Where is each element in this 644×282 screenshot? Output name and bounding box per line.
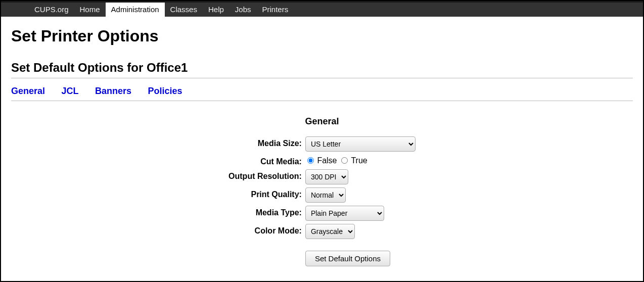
nav-classes[interactable]: Classes: [165, 3, 203, 17]
tab-jcl[interactable]: JCL: [62, 86, 79, 96]
select-print-quality[interactable]: Normal: [305, 187, 346, 203]
divider: [11, 101, 633, 101]
label-print-quality: Print Quality:: [228, 187, 305, 203]
tab-banners[interactable]: Banners: [95, 86, 131, 96]
nav-home[interactable]: Home: [74, 3, 106, 17]
nav-cups-org[interactable]: CUPS.org: [29, 3, 74, 17]
label-color-mode: Color Mode:: [228, 223, 305, 240]
select-media-type[interactable]: Plain Paper: [305, 206, 384, 221]
page-subtitle: Set Default Options for Office1: [11, 61, 633, 75]
nav-jobs[interactable]: Jobs: [229, 3, 257, 17]
radio-label-true[interactable]: True: [351, 156, 367, 165]
select-output-resolution[interactable]: 300 DPI: [305, 169, 348, 184]
label-cut-media: Cut Media:: [228, 154, 305, 167]
label-media-type: Media Type:: [228, 205, 305, 221]
select-color-mode[interactable]: Grayscale: [305, 224, 355, 239]
label-media-size: Media Size:: [228, 136, 305, 152]
options-form: Media Size: US Letter Cut Media: False T…: [228, 134, 416, 269]
section-heading-general: General: [11, 116, 633, 127]
select-media-size[interactable]: US Letter: [305, 136, 416, 152]
label-output-resolution: Output Resolution:: [228, 169, 305, 185]
radio-cut-media-true[interactable]: [341, 157, 348, 164]
option-tabs: General JCL Banners Policies: [11, 78, 633, 101]
page-title: Set Printer Options: [11, 27, 633, 45]
set-default-options-button[interactable]: Set Default Options: [305, 251, 390, 266]
tab-policies[interactable]: Policies: [148, 86, 182, 96]
radio-cut-media-false[interactable]: [307, 157, 314, 164]
tab-general[interactable]: General: [11, 86, 45, 96]
nav-printers[interactable]: Printers: [257, 3, 294, 17]
radio-label-false[interactable]: False: [317, 156, 337, 165]
nav-administration[interactable]: Administration: [106, 3, 165, 17]
nav-help[interactable]: Help: [203, 3, 229, 17]
top-nav: CUPS.org Home Administration Classes Hel…: [1, 1, 643, 17]
